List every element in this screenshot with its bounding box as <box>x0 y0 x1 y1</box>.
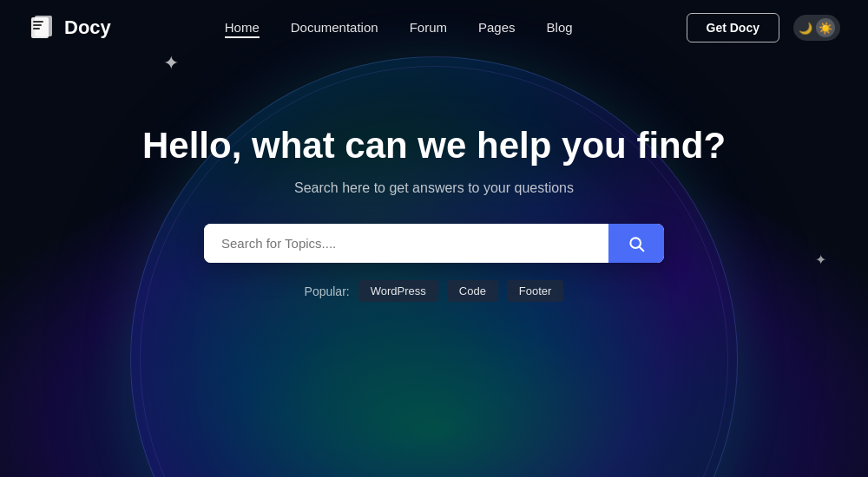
sun-icon: ☀️ <box>816 18 835 37</box>
svg-rect-3 <box>33 24 42 26</box>
moon-icon: 🌙 <box>799 22 812 35</box>
popular-label: Popular: <box>305 284 350 298</box>
hero-subtitle: Search here to get answers to your quest… <box>294 180 574 196</box>
nav-item-forum[interactable]: Forum <box>410 20 447 36</box>
svg-point-5 <box>630 238 641 248</box>
nav-item-documentation[interactable]: Documentation <box>291 20 378 36</box>
popular-tag-footer[interactable]: Footer <box>507 280 564 302</box>
theme-toggle-button[interactable]: 🌙 ☀️ <box>793 15 840 41</box>
navbar: Docy Home Documentation Forum Pages Blog… <box>0 0 868 56</box>
nav-item-pages[interactable]: Pages <box>478 20 516 36</box>
popular-tag-code[interactable]: Code <box>447 280 498 302</box>
get-docy-button[interactable]: Get Docy <box>687 13 779 42</box>
svg-rect-4 <box>33 28 40 29</box>
search-bar <box>204 224 664 263</box>
hero-title: Hello, what can we help you find? <box>142 125 726 167</box>
svg-rect-2 <box>33 21 43 23</box>
nav-links: Home Documentation Forum Pages Blog <box>225 20 573 36</box>
hero-section: Hello, what can we help you find? Search… <box>0 56 868 302</box>
popular-tag-wordpress[interactable]: WordPress <box>358 280 438 302</box>
nav-link-home[interactable]: Home <box>225 20 260 38</box>
nav-link-documentation[interactable]: Documentation <box>291 20 378 35</box>
logo-text: Docy <box>64 16 111 39</box>
popular-row: Popular: WordPress Code Footer <box>305 280 564 302</box>
logo: Docy <box>28 14 111 42</box>
nav-item-blog[interactable]: Blog <box>547 20 573 36</box>
nav-link-blog[interactable]: Blog <box>547 20 573 35</box>
nav-link-pages[interactable]: Pages <box>478 20 516 35</box>
search-button[interactable] <box>608 224 664 263</box>
nav-link-forum[interactable]: Forum <box>410 20 447 35</box>
svg-line-6 <box>640 247 643 251</box>
nav-right: Get Docy 🌙 ☀️ <box>687 13 840 42</box>
logo-icon <box>28 14 56 42</box>
search-input[interactable] <box>204 224 608 263</box>
search-icon <box>628 235 645 252</box>
nav-item-home[interactable]: Home <box>225 20 260 36</box>
